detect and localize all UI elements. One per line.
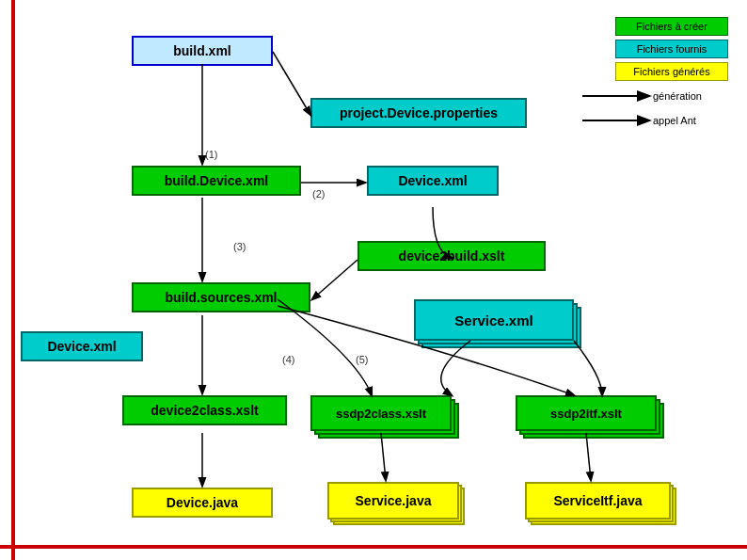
ssdp2itf-front: ssdp2itf.xslt <box>516 395 657 431</box>
step2-label: (2) <box>312 188 325 200</box>
service-java-front: Service.java <box>327 482 459 520</box>
device-xml-node-1: Device.xml <box>367 166 499 196</box>
svg-line-9 <box>381 433 386 480</box>
legend-generated: Fichiers générés <box>615 62 728 81</box>
step3-label: (3) <box>233 241 246 252</box>
build-device-xml-node: build.Device.xml <box>132 166 301 196</box>
legend-create: Fichiers à créer <box>615 17 728 36</box>
serviceitf-java-front: ServiceItf.java <box>525 482 671 520</box>
svg-line-10 <box>586 433 591 480</box>
device2class-xslt-node: device2class.xslt <box>122 395 287 425</box>
bottom-border <box>0 545 747 549</box>
svg-line-6 <box>312 260 358 299</box>
project-device-properties-node: project.Device.properties <box>310 98 527 128</box>
ssdp2class-front: ssdp2class.xslt <box>310 395 452 431</box>
service-xml-front: Service.xml <box>414 299 574 341</box>
step4-label: (4) <box>282 354 294 365</box>
device2build-xslt-node: device2build.xslt <box>358 241 546 271</box>
build-xml-node: build.xml <box>132 36 273 66</box>
step5-label: (5) <box>356 354 368 365</box>
legend-generation-label: génération <box>653 90 702 102</box>
step1-label: (1) <box>205 149 217 160</box>
build-sources-xml-node: build.sources.xml <box>132 282 310 312</box>
device-java-node: Device.java <box>132 488 273 518</box>
svg-line-3 <box>273 52 310 115</box>
legend-provided: Fichiers fournis <box>615 40 728 58</box>
legend-arrows: génération appel Ant <box>578 85 728 141</box>
device-xml-node-2: Device.xml <box>21 331 143 361</box>
left-border <box>11 0 15 560</box>
legend-ant-label: appel Ant <box>653 115 696 126</box>
